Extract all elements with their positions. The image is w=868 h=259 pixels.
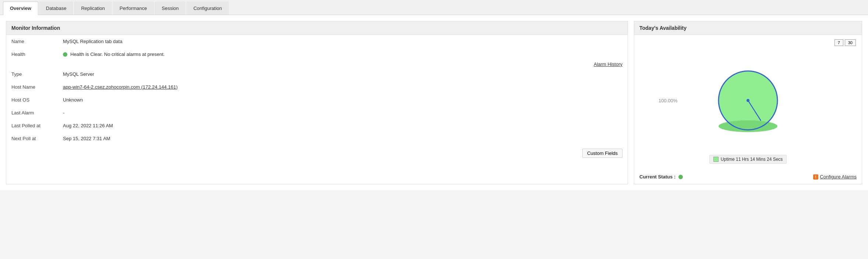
table-row: Next Poll at Sep 15, 2022 7:31 AM [6,132,628,145]
configure-alarms-label: Configure Alarms [820,174,857,180]
field-label-lastpolled: Last Polled at [6,119,58,132]
alarm-history-link[interactable]: Alarm History [594,61,622,67]
table-row: Host OS Unknown [6,93,628,106]
table-row: Type MySQL Server [6,68,628,81]
tab-performance[interactable]: Performance [113,1,154,15]
table-row: Last Polled at Aug 22, 2022 11:26 AM [6,119,628,132]
health-indicator-icon [63,52,67,57]
field-value-lastpolled: Aug 22, 2022 11:26 AM [58,119,628,132]
field-label-type: Type [6,68,58,81]
table-row: Host Name app-win7-64-2.csez.zohocorpin.… [6,81,628,93]
table-row: Health Health is Clear. No critical alar… [6,48,628,61]
chart-controls: 7 30 [640,39,856,46]
table-row: Alarm History [6,61,628,68]
hostname-link[interactable]: app-win7-64-2.csez.zohocorpin.com (172.2… [63,84,177,90]
field-value-type: MySQL Server [58,68,628,81]
current-status-indicator-icon [678,175,683,179]
field-value-lastalarm: - [58,106,628,119]
current-status-label: Current Status : [639,174,675,180]
tab-database[interactable]: Database [39,1,74,15]
monitor-info-header: Monitor Information [6,21,628,35]
main-content: Monitor Information Name MySQL Replicati… [0,15,868,190]
field-value-hostos: Unknown [58,93,628,106]
table-row: Last Alarm - [6,106,628,119]
field-label-hostname: Host Name [6,81,58,93]
field-label-nextpoll: Next Poll at [6,132,58,145]
table-row: Custom Fields [6,145,628,162]
custom-fields-button[interactable]: Custom Fields [582,149,622,158]
monitor-information-panel: Monitor Information Name MySQL Replicati… [6,21,628,184]
svg-point-4 [747,99,749,102]
field-value-health: Health is Clear. No critical alarms at p… [58,48,628,61]
table-row: Name MySQL Replication tab data [6,35,628,48]
field-label-hostos: Host OS [6,93,58,106]
tab-configuration[interactable]: Configuration [186,1,229,15]
legend-text-uptime: Uptime 11 Hrs 14 Mins 24 Secs [721,157,783,162]
field-value-name: MySQL Replication tab data [58,35,628,48]
tab-overview[interactable]: Overview [3,1,38,15]
availability-header: Today's Availability [634,21,862,35]
chart-30-button[interactable]: 30 [845,39,856,46]
percentage-label: 100.00% [659,98,677,103]
field-label-health: Health [6,48,58,61]
chart-7-button[interactable]: 7 [835,39,843,46]
field-value-hostname: app-win7-64-2.csez.zohocorpin.com (172.2… [58,81,628,93]
legend-item-uptime: Uptime 11 Hrs 14 Mins 24 Secs [709,155,787,164]
tab-replication[interactable]: Replication [74,1,112,15]
field-label-name: Name [6,35,58,48]
tab-session[interactable]: Session [155,1,186,15]
svg-text:!: ! [815,175,816,179]
legend-color-uptime [713,157,719,162]
pie-chart-svg [711,64,785,137]
field-value-nextpoll: Sep 15, 2022 7:31 AM [58,132,628,145]
field-label-lastalarm: Last Alarm [6,106,58,119]
tab-bar: Overview Database Replication Performanc… [0,0,868,15]
pie-chart-container: 100.00% [640,49,856,152]
configure-alarms-link[interactable]: ! Configure Alarms [813,174,857,180]
chart-area: 7 30 100.00% [634,35,862,171]
current-status: Current Status : [639,174,683,180]
alarm-icon: ! [813,174,818,180]
status-bar: Current Status : ! Configure Alarms [634,171,862,184]
chart-legend: Uptime 11 Hrs 14 Mins 24 Secs [640,155,856,164]
info-table: Name MySQL Replication tab data Health H… [6,35,628,162]
availability-panel: Today's Availability 7 30 100.00% [634,21,862,184]
